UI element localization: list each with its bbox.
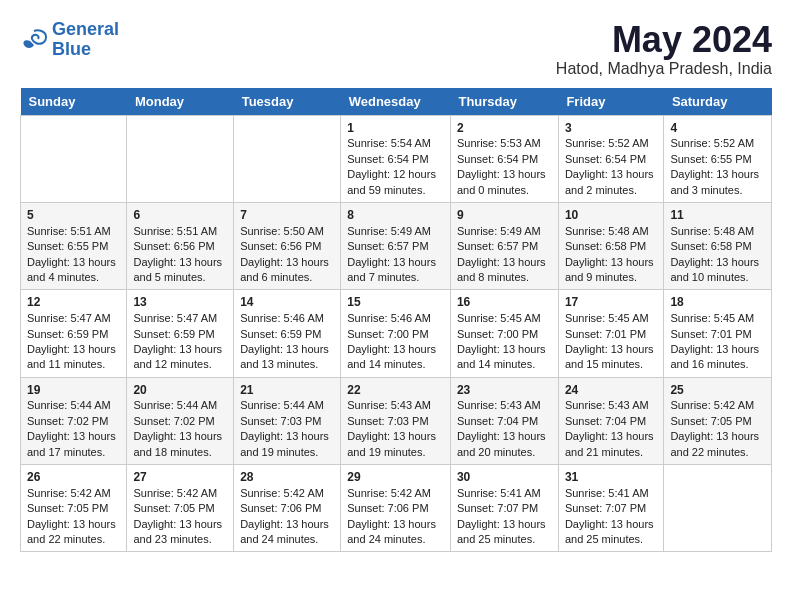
calendar-cell: 31Sunrise: 5:41 AMSunset: 7:07 PMDayligh…: [558, 465, 664, 552]
day-info: Sunrise: 5:49 AM: [457, 224, 552, 239]
calendar-cell: 21Sunrise: 5:44 AMSunset: 7:03 PMDayligh…: [234, 377, 341, 464]
day-info: Sunrise: 5:53 AM: [457, 136, 552, 151]
calendar-cell: 7Sunrise: 5:50 AMSunset: 6:56 PMDaylight…: [234, 202, 341, 289]
calendar-cell: 11Sunrise: 5:48 AMSunset: 6:58 PMDayligh…: [664, 202, 772, 289]
calendar-cell: 24Sunrise: 5:43 AMSunset: 7:04 PMDayligh…: [558, 377, 664, 464]
day-info: Sunset: 6:57 PM: [457, 239, 552, 254]
day-info: Sunset: 7:05 PM: [133, 501, 227, 516]
calendar-cell: 26Sunrise: 5:42 AMSunset: 7:05 PMDayligh…: [21, 465, 127, 552]
day-info: Sunset: 7:05 PM: [27, 501, 120, 516]
calendar-cell: 9Sunrise: 5:49 AMSunset: 6:57 PMDaylight…: [450, 202, 558, 289]
day-info: Daylight: 13 hours and 12 minutes.: [133, 342, 227, 373]
calendar-cell: 15Sunrise: 5:46 AMSunset: 7:00 PMDayligh…: [341, 290, 451, 377]
day-info: Daylight: 13 hours and 9 minutes.: [565, 255, 658, 286]
day-info: Sunset: 6:58 PM: [670, 239, 765, 254]
day-info: Daylight: 13 hours and 3 minutes.: [670, 167, 765, 198]
weekday-header-saturday: Saturday: [664, 88, 772, 116]
calendar-cell: 1Sunrise: 5:54 AMSunset: 6:54 PMDaylight…: [341, 115, 451, 202]
day-info: Daylight: 13 hours and 4 minutes.: [27, 255, 120, 286]
calendar-cell: 28Sunrise: 5:42 AMSunset: 7:06 PMDayligh…: [234, 465, 341, 552]
calendar-cell: 18Sunrise: 5:45 AMSunset: 7:01 PMDayligh…: [664, 290, 772, 377]
day-info: Sunrise: 5:42 AM: [27, 486, 120, 501]
calendar-cell: 4Sunrise: 5:52 AMSunset: 6:55 PMDaylight…: [664, 115, 772, 202]
day-number: 8: [347, 207, 444, 224]
calendar-cell: [234, 115, 341, 202]
day-info: Sunrise: 5:47 AM: [133, 311, 227, 326]
weekday-header-thursday: Thursday: [450, 88, 558, 116]
day-info: Sunset: 6:59 PM: [240, 327, 334, 342]
day-info: Daylight: 13 hours and 19 minutes.: [347, 429, 444, 460]
day-info: Daylight: 12 hours and 59 minutes.: [347, 167, 444, 198]
day-info: Daylight: 13 hours and 17 minutes.: [27, 429, 120, 460]
day-info: Daylight: 13 hours and 2 minutes.: [565, 167, 658, 198]
calendar-cell: 6Sunrise: 5:51 AMSunset: 6:56 PMDaylight…: [127, 202, 234, 289]
calendar-cell: [127, 115, 234, 202]
day-info: Daylight: 13 hours and 7 minutes.: [347, 255, 444, 286]
day-info: Sunset: 6:55 PM: [670, 152, 765, 167]
day-number: 2: [457, 120, 552, 137]
day-info: Sunset: 6:54 PM: [347, 152, 444, 167]
day-info: Sunrise: 5:52 AM: [670, 136, 765, 151]
calendar-cell: 25Sunrise: 5:42 AMSunset: 7:05 PMDayligh…: [664, 377, 772, 464]
day-number: 4: [670, 120, 765, 137]
day-info: Sunset: 6:57 PM: [347, 239, 444, 254]
weekday-header-friday: Friday: [558, 88, 664, 116]
day-info: Daylight: 13 hours and 13 minutes.: [240, 342, 334, 373]
day-number: 1: [347, 120, 444, 137]
day-info: Sunset: 6:58 PM: [565, 239, 658, 254]
day-info: Sunrise: 5:41 AM: [565, 486, 658, 501]
day-info: Sunrise: 5:42 AM: [133, 486, 227, 501]
day-number: 29: [347, 469, 444, 486]
calendar-cell: 8Sunrise: 5:49 AMSunset: 6:57 PMDaylight…: [341, 202, 451, 289]
calendar-cell: 16Sunrise: 5:45 AMSunset: 7:00 PMDayligh…: [450, 290, 558, 377]
day-info: Sunrise: 5:43 AM: [457, 398, 552, 413]
day-info: Sunrise: 5:42 AM: [347, 486, 444, 501]
day-info: Sunrise: 5:46 AM: [347, 311, 444, 326]
day-info: Sunrise: 5:50 AM: [240, 224, 334, 239]
calendar-cell: 22Sunrise: 5:43 AMSunset: 7:03 PMDayligh…: [341, 377, 451, 464]
calendar-week-3: 12Sunrise: 5:47 AMSunset: 6:59 PMDayligh…: [21, 290, 772, 377]
day-info: Sunset: 6:54 PM: [457, 152, 552, 167]
day-info: Daylight: 13 hours and 24 minutes.: [240, 517, 334, 548]
calendar-cell: 5Sunrise: 5:51 AMSunset: 6:55 PMDaylight…: [21, 202, 127, 289]
day-info: Daylight: 13 hours and 20 minutes.: [457, 429, 552, 460]
day-number: 25: [670, 382, 765, 399]
calendar-cell: 30Sunrise: 5:41 AMSunset: 7:07 PMDayligh…: [450, 465, 558, 552]
day-info: Daylight: 13 hours and 6 minutes.: [240, 255, 334, 286]
day-info: Daylight: 13 hours and 22 minutes.: [670, 429, 765, 460]
calendar-cell: 19Sunrise: 5:44 AMSunset: 7:02 PMDayligh…: [21, 377, 127, 464]
logo: General Blue: [20, 20, 119, 60]
day-number: 30: [457, 469, 552, 486]
day-info: Sunset: 7:04 PM: [565, 414, 658, 429]
day-number: 9: [457, 207, 552, 224]
calendar-week-4: 19Sunrise: 5:44 AMSunset: 7:02 PMDayligh…: [21, 377, 772, 464]
page-header: General Blue May 2024 Hatod, Madhya Prad…: [20, 20, 772, 78]
weekday-header-sunday: Sunday: [21, 88, 127, 116]
day-info: Daylight: 13 hours and 21 minutes.: [565, 429, 658, 460]
day-info: Sunrise: 5:44 AM: [240, 398, 334, 413]
logo-icon: [20, 29, 48, 51]
month-title: May 2024: [556, 20, 772, 60]
day-info: Sunset: 7:03 PM: [347, 414, 444, 429]
calendar-cell: 17Sunrise: 5:45 AMSunset: 7:01 PMDayligh…: [558, 290, 664, 377]
day-number: 3: [565, 120, 658, 137]
day-info: Sunset: 7:05 PM: [670, 414, 765, 429]
location: Hatod, Madhya Pradesh, India: [556, 60, 772, 78]
day-info: Sunset: 6:56 PM: [240, 239, 334, 254]
weekday-header-wednesday: Wednesday: [341, 88, 451, 116]
day-info: Daylight: 13 hours and 0 minutes.: [457, 167, 552, 198]
day-info: Sunset: 6:59 PM: [27, 327, 120, 342]
day-number: 19: [27, 382, 120, 399]
day-number: 26: [27, 469, 120, 486]
day-info: Daylight: 13 hours and 19 minutes.: [240, 429, 334, 460]
weekday-header-monday: Monday: [127, 88, 234, 116]
day-info: Daylight: 13 hours and 10 minutes.: [670, 255, 765, 286]
day-info: Daylight: 13 hours and 11 minutes.: [27, 342, 120, 373]
day-info: Sunrise: 5:51 AM: [27, 224, 120, 239]
title-section: May 2024 Hatod, Madhya Pradesh, India: [556, 20, 772, 78]
day-info: Sunset: 7:01 PM: [670, 327, 765, 342]
day-number: 17: [565, 294, 658, 311]
day-info: Sunset: 6:56 PM: [133, 239, 227, 254]
calendar-cell: [664, 465, 772, 552]
day-number: 10: [565, 207, 658, 224]
